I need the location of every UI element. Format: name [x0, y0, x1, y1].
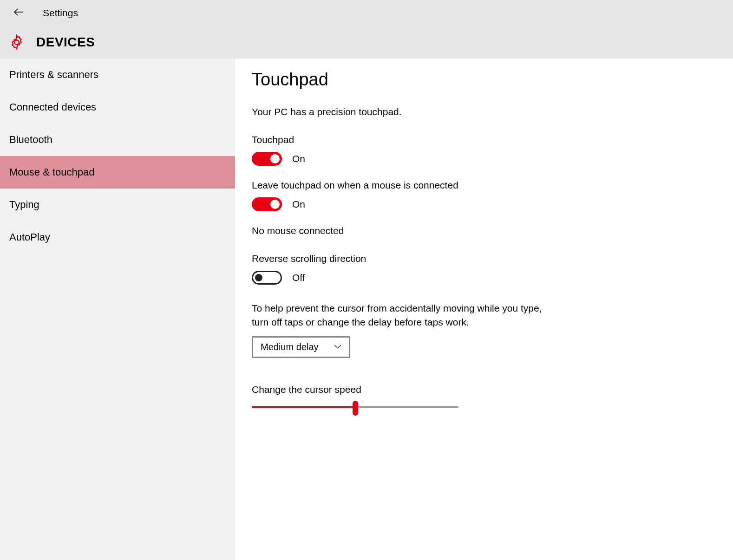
cursor-speed-slider[interactable]	[252, 402, 458, 413]
tap-delay-value: Medium delay	[261, 342, 319, 352]
tap-delay-dropdown[interactable]: Medium delay	[252, 336, 350, 358]
category-bar: DEVICES	[0, 26, 733, 59]
reverse-scroll-label: Reverse scrolling direction	[252, 253, 716, 264]
settings-title: Settings	[43, 7, 78, 19]
touchpad-toggle-label: Touchpad	[252, 134, 716, 145]
sidebar-item-typing[interactable]: Typing	[0, 189, 235, 221]
leave-on-toggle-state: On	[292, 199, 305, 210]
sidebar-item-mouse-touchpad[interactable]: Mouse & touchpad	[0, 156, 235, 189]
sidebar-item-printers-scanners[interactable]: Printers & scanners	[0, 59, 235, 91]
category-title: DEVICES	[36, 35, 95, 50]
tap-delay-help: To help prevent the cursor from accident…	[252, 301, 558, 330]
precision-info: Your PC has a precision touchpad.	[252, 106, 716, 117]
svg-point-1	[14, 40, 19, 45]
reverse-scroll-toggle-state: Off	[292, 272, 305, 283]
leave-on-toggle[interactable]	[252, 197, 282, 211]
chevron-down-icon	[334, 343, 341, 351]
sidebar: Printers & scanners Connected devices Bl…	[0, 59, 235, 560]
gear-icon	[8, 34, 25, 51]
touchpad-toggle-state: On	[292, 153, 305, 164]
sidebar-item-bluetooth[interactable]: Bluetooth	[0, 124, 235, 156]
touchpad-toggle[interactable]	[252, 152, 282, 166]
cursor-speed-label: Change the cursor speed	[252, 384, 716, 395]
slider-track	[355, 406, 459, 408]
slider-fill	[252, 406, 355, 408]
reverse-scroll-toggle[interactable]	[252, 271, 282, 285]
mouse-status: No mouse connected	[252, 225, 716, 236]
slider-thumb[interactable]	[353, 401, 358, 416]
main-panel: Touchpad Your PC has a precision touchpa…	[235, 59, 733, 560]
sidebar-item-autoplay[interactable]: AutoPlay	[0, 221, 235, 254]
leave-on-label: Leave touchpad on when a mouse is connec…	[252, 180, 716, 191]
header-bar: Settings	[0, 0, 733, 26]
page-title: Touchpad	[252, 70, 716, 90]
sidebar-item-connected-devices[interactable]: Connected devices	[0, 91, 235, 124]
back-button[interactable]	[13, 7, 24, 20]
